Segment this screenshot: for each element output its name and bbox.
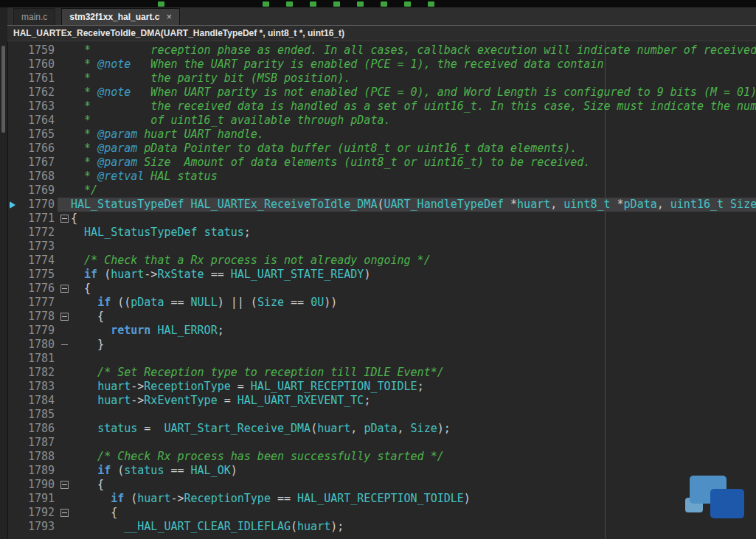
line-number[interactable]: 1792 (19, 506, 58, 520)
fold-margin (58, 464, 71, 478)
line-number[interactable]: 1759 (19, 44, 58, 58)
line-number[interactable]: 1782 (19, 366, 58, 380)
fold-collapse-icon[interactable] (58, 310, 71, 324)
code-line[interactable]: 1782 /* Set Reception type to reception … (7, 366, 756, 380)
line-number[interactable]: 1785 (19, 408, 58, 422)
code-line[interactable]: 1773 (7, 240, 756, 254)
toolbar-icon[interactable] (310, 1, 316, 7)
code-line[interactable]: 1783 huart->ReceptionType = HAL_UART_REC… (7, 380, 756, 394)
code-line[interactable]: 1761 * the parity bit (MSB position). (7, 72, 756, 86)
code-line[interactable]: 1774 /* Check that a Rx process is not a… (7, 254, 756, 268)
code-line[interactable]: 1793 __HAL_UART_CLEAR_IDLEFLAG(huart); (7, 520, 756, 534)
fold-collapse-icon[interactable] (58, 478, 71, 492)
toolbar-icon[interactable] (428, 1, 434, 7)
code-line[interactable]: 1771{ (7, 212, 756, 226)
code-line[interactable]: 1760 * @note When the UART parity is ena… (7, 58, 756, 72)
line-number[interactable]: 1766 (19, 142, 58, 156)
toolbar-icon[interactable] (286, 1, 293, 7)
fold-end-marker[interactable] (58, 338, 71, 352)
code-line[interactable]: 1765 * @param huart UART handle. (7, 128, 756, 142)
code-line[interactable]: 1770HAL_StatusTypeDef HAL_UARTEx_Receive… (7, 198, 756, 212)
code-line[interactable]: 1764 * of uint16_t available through pDa… (7, 114, 756, 128)
line-number[interactable]: 1788 (19, 450, 58, 464)
toolbar-icon[interactable] (357, 1, 364, 7)
line-number[interactable]: 1784 (19, 394, 58, 408)
code-line[interactable]: 1775 if (huart->RxState == HAL_UART_STAT… (7, 268, 756, 282)
line-number[interactable]: 1770 (19, 198, 58, 212)
left-scrollbar-thumb[interactable] (1, 46, 5, 133)
bookmark-margin (7, 58, 19, 72)
bookmark-margin (7, 240, 19, 254)
tab-main-c[interactable]: main.c (13, 8, 55, 25)
function-signature-bar[interactable]: HAL_UARTEx_ReceiveToIdle_DMA(UART_Handle… (7, 26, 756, 41)
code-line[interactable]: 1777 if ((pData == NULL) || (Size == 0U)… (7, 296, 756, 310)
toolbar-icon[interactable] (158, 1, 164, 7)
code-line[interactable]: 1780 } (7, 338, 756, 352)
fold-collapse-icon[interactable] (58, 212, 71, 226)
code-line[interactable]: 1790 { (7, 478, 756, 492)
fold-collapse-icon[interactable] (58, 506, 71, 520)
code-line[interactable]: 1791 if (huart->ReceptionType == HAL_UAR… (7, 492, 756, 506)
close-icon[interactable]: × (166, 13, 172, 21)
line-number[interactable]: 1776 (19, 282, 58, 296)
line-number[interactable]: 1789 (19, 464, 58, 478)
line-number[interactable]: 1763 (19, 100, 58, 114)
code-line[interactable]: 1784 huart->RxEventType = HAL_UART_RXEVE… (7, 394, 756, 408)
code-line[interactable]: 1792 { (7, 506, 756, 520)
line-number[interactable]: 1764 (19, 114, 58, 128)
code-line[interactable]: 1787 (7, 436, 756, 450)
fold-collapse-icon[interactable] (58, 282, 71, 296)
code-line[interactable]: 1786 status = UART_Start_Receive_DMA(hua… (7, 422, 756, 436)
line-number[interactable]: 1772 (19, 226, 58, 240)
line-number[interactable]: 1765 (19, 128, 58, 142)
code-editor[interactable]: 1759 * reception phase as ended. In all … (7, 41, 756, 539)
tab-label: main.c (21, 9, 47, 25)
code-line[interactable]: 1778 { (7, 310, 756, 324)
line-number[interactable]: 1775 (19, 268, 58, 282)
bookmark-margin (7, 436, 19, 450)
line-number[interactable]: 1771 (19, 212, 58, 226)
code-line[interactable]: 1769 */ (7, 184, 756, 198)
toolbar-icon[interactable] (404, 1, 411, 7)
line-number[interactable]: 1777 (19, 296, 58, 310)
code-line[interactable]: 1788 /* Check Rx process has been succes… (7, 450, 756, 464)
bookmark-margin (7, 380, 19, 394)
code-text: /* Check Rx process has been successfull… (71, 450, 444, 464)
code-line[interactable]: 1779 return HAL_ERROR; (7, 324, 756, 338)
toolbar-icon[interactable] (263, 1, 269, 7)
code-line[interactable]: 1772 HAL_StatusTypeDef status; (7, 226, 756, 240)
line-number[interactable]: 1793 (19, 520, 58, 534)
line-number[interactable]: 1787 (19, 436, 58, 450)
code-line[interactable]: 1785 (7, 408, 756, 422)
toolbar-icon[interactable] (333, 1, 340, 7)
line-number[interactable]: 1773 (19, 240, 58, 254)
line-number[interactable]: 1779 (19, 324, 58, 338)
line-number[interactable]: 1786 (19, 422, 58, 436)
code-line[interactable]: 1763 * the received data is handled as a… (7, 100, 756, 114)
tab-stm32f1xx-hal-uart-c[interactable]: stm32f1xx_hal_uart.c × (61, 8, 180, 25)
line-number[interactable]: 1783 (19, 380, 58, 394)
line-number[interactable]: 1778 (19, 310, 58, 324)
line-number[interactable]: 1768 (19, 170, 58, 184)
code-line[interactable]: 1789 if (status == HAL_OK) (7, 464, 756, 478)
bookmark-margin (7, 422, 19, 436)
code-line[interactable]: 1776 { (7, 282, 756, 296)
line-number[interactable]: 1790 (19, 478, 58, 492)
line-number[interactable]: 1774 (19, 254, 58, 268)
line-number[interactable]: 1760 (19, 58, 58, 72)
line-number[interactable]: 1780 (19, 338, 58, 352)
line-number[interactable]: 1762 (19, 86, 58, 100)
line-number[interactable]: 1769 (19, 184, 58, 198)
code-line[interactable]: 1766 * @param pData Pointer to data buff… (7, 142, 756, 156)
code-line[interactable]: 1762 * @note When UART parity is not ena… (7, 86, 756, 100)
code-line[interactable]: 1768 * @retval HAL status (7, 170, 756, 184)
line-number[interactable]: 1791 (19, 492, 58, 506)
line-number[interactable]: 1761 (19, 72, 58, 86)
code-line[interactable]: 1767 * @param Size Amount of data elemen… (7, 156, 756, 170)
editor-tab-bar: main.c stm32f1xx_hal_uart.c × (7, 7, 756, 26)
line-number[interactable]: 1781 (19, 352, 58, 366)
code-line[interactable]: 1781 (7, 352, 756, 366)
toolbar-icon[interactable] (381, 1, 387, 7)
line-number[interactable]: 1767 (19, 156, 58, 170)
code-line[interactable]: 1759 * reception phase as ended. In all … (7, 44, 756, 58)
